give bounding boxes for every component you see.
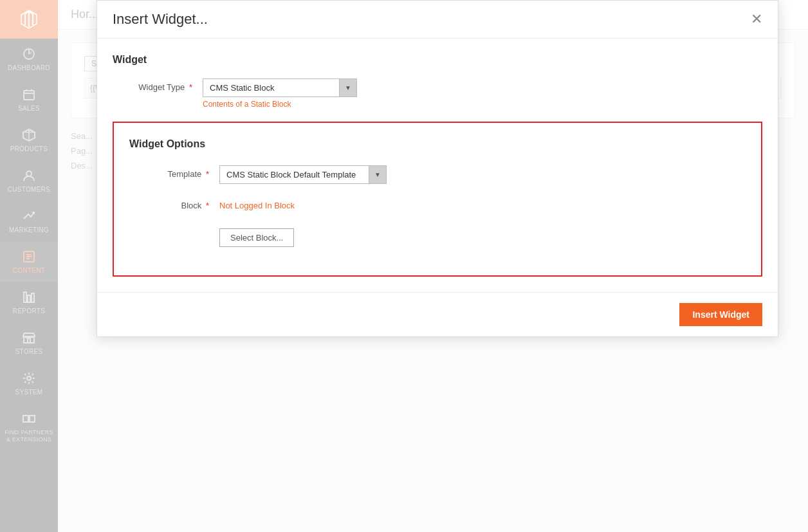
template-field: CMS Static Block Default Template ▼ bbox=[219, 165, 746, 184]
widget-type-row: Widget Type * CMS Static Block ▼ Content… bbox=[113, 78, 762, 109]
template-select[interactable]: CMS Static Block Default Template bbox=[219, 165, 387, 184]
template-label: Template * bbox=[129, 165, 219, 179]
main-area: Hor... Show / Hide Editor {{Wi... Sea...… bbox=[58, 0, 808, 532]
widget-type-hint: Contents of a Static Block bbox=[203, 100, 762, 109]
block-field: Not Logged In Block bbox=[219, 197, 746, 210]
widget-type-field: CMS Static Block ▼ Contents of a Static … bbox=[203, 78, 762, 109]
modal-header: Insert Widget... ✕ bbox=[97, 30, 778, 39]
select-block-row: Select Block... bbox=[129, 223, 746, 247]
modal-footer: Insert Widget bbox=[97, 292, 778, 336]
widget-section-title: Widget bbox=[113, 54, 762, 66]
insert-widget-modal: Insert Widget... ✕ Widget Widget Type * bbox=[96, 30, 778, 337]
select-block-field: Select Block... bbox=[219, 223, 746, 247]
required-star-widget-type: * bbox=[189, 82, 192, 92]
widget-options-section: Widget Options Template * CMS Static Blo bbox=[113, 122, 762, 277]
widget-options-title: Widget Options bbox=[129, 138, 746, 150]
select-block-button[interactable]: Select Block... bbox=[219, 228, 294, 247]
block-row: Block * Not Logged In Block bbox=[129, 197, 746, 210]
modal-overlay: Insert Widget... ✕ Widget Widget Type * bbox=[58, 30, 808, 532]
required-star-block: * bbox=[206, 201, 209, 210]
select-block-spacer bbox=[129, 223, 219, 227]
page-content: Show / Hide Editor {{Wi... Sea... Pag...… bbox=[58, 30, 808, 532]
block-value: Not Logged In Block bbox=[219, 197, 746, 210]
block-label: Block * bbox=[129, 197, 219, 210]
widget-type-label: Widget Type * bbox=[113, 78, 203, 92]
insert-widget-button[interactable]: Insert Widget bbox=[679, 303, 762, 326]
widget-type-select-wrapper: CMS Static Block ▼ bbox=[203, 78, 357, 97]
required-star-template: * bbox=[206, 169, 209, 179]
template-select-wrapper: CMS Static Block Default Template ▼ bbox=[219, 165, 387, 184]
template-row: Template * CMS Static Block Default Temp… bbox=[129, 165, 746, 184]
widget-type-select[interactable]: CMS Static Block bbox=[203, 78, 357, 97]
modal-body: Widget Widget Type * CMS Static Block bbox=[97, 39, 778, 292]
